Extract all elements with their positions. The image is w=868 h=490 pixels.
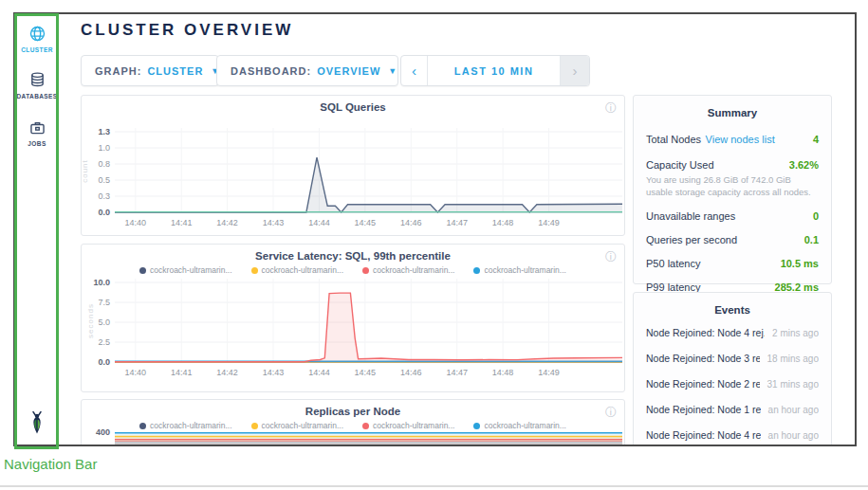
sidebar-item-label: JOBS — [15, 140, 59, 147]
legend-dot-icon — [139, 423, 146, 429]
info-icon[interactable]: ⓘ — [605, 249, 617, 265]
globe-icon — [28, 24, 47, 44]
event-time: 31 mins ago — [767, 379, 819, 390]
y-tick-label: 1.3 — [82, 127, 110, 136]
x-tick-label: 14:44 — [308, 218, 330, 227]
legend-item[interactable]: cockroach-ultramarin... — [362, 265, 454, 275]
y-tick-label: 2.5 — [82, 337, 110, 347]
legend-item[interactable]: cockroach-ultramarin... — [251, 265, 343, 275]
x-tick-label: 14:42 — [216, 368, 238, 377]
summary-panel: Summary Total Nodes View nodes list 4 Ca… — [633, 95, 832, 284]
event-name: Node Rejoined: Node 4 rej... — [646, 327, 765, 338]
x-tick-label: 14:46 — [400, 368, 422, 377]
summary-title: Summary — [646, 107, 819, 118]
chart-title: Replicas per Node — [82, 406, 624, 417]
event-row: Node Rejoined: Node 4 rej... an hour ago — [646, 429, 819, 441]
page-title: CLUSTER OVERVIEW — [81, 21, 293, 40]
summary-value: 0.1 — [804, 234, 819, 245]
x-tick-label: 14:41 — [171, 218, 193, 227]
legend-dot-icon — [362, 423, 369, 429]
sidebar-item-label: CLUSTER — [15, 46, 59, 53]
sidebar-item-cluster[interactable]: CLUSTER — [15, 24, 59, 53]
legend-label: cockroach-ultramarin... — [150, 265, 231, 275]
y-tick-label: 0.0 — [82, 357, 110, 367]
y-tick-label: 0.0 — [82, 208, 110, 217]
replicas-plot[interactable] — [115, 429, 622, 446]
time-prev-button[interactable]: ‹ — [401, 56, 427, 85]
capacity-subtext: You are using 26.8 GiB of 742.0 GiB usab… — [646, 174, 819, 199]
graph-dropdown[interactable]: GRAPH: CLUSTER ▼ — [81, 55, 219, 86]
event-name: Node Rejoined: Node 2 rej... — [646, 378, 760, 390]
x-tick-label: 14:45 — [355, 218, 377, 227]
event-row: Node Rejoined: Node 2 rej... 31 mins ago — [646, 378, 819, 390]
event-time: 2 mins ago — [772, 328, 819, 338]
divider — [0, 485, 868, 487]
briefcase-icon — [28, 118, 47, 137]
summary-row-qps: Queries per second 0.1 — [646, 234, 819, 245]
event-time: 18 mins ago — [767, 354, 819, 364]
graph-dropdown-label: GRAPH: — [95, 65, 141, 77]
legend-dot-icon — [139, 267, 146, 274]
summary-row-p99: P99 latency 285.2 ms — [646, 281, 819, 293]
event-name: Node Rejoined: Node 4 rej... — [646, 429, 761, 441]
dashboard-dropdown[interactable]: DASHBOARD: OVERVIEW ▼ — [216, 55, 398, 86]
sidebar-item-databases[interactable]: DATABASES — [15, 70, 59, 100]
y-axis-label: seconds — [86, 303, 95, 338]
sidebar-item-jobs[interactable]: JOBS — [15, 118, 59, 147]
legend-label: cockroach-ultramarin... — [484, 265, 565, 275]
summary-label: Unavailable ranges — [646, 210, 735, 222]
x-tick-label: 14:49 — [538, 368, 560, 377]
summary-value: 0 — [813, 210, 819, 222]
page: CLUSTER DATABASES JOBS — [0, 0, 868, 490]
summary-value: 285.2 ms — [775, 281, 819, 293]
summary-row-p50: P50 latency 10.5 ms — [646, 258, 819, 269]
sidebar-item-label: DATABASES — [15, 93, 59, 100]
view-nodes-list-link[interactable]: View nodes list — [706, 134, 775, 145]
replicas-chart-panel: Replicas per Node ⓘ cockroach-ultramarin… — [81, 399, 625, 446]
event-time: an hour ago — [768, 430, 819, 441]
summary-value: 3.62% — [789, 159, 819, 171]
annotation-label: Navigation Bar — [4, 456, 97, 472]
database-icon — [28, 70, 47, 90]
legend-dot-icon — [251, 423, 258, 429]
sql-queries-chart-panel: SQL Queries ⓘ 0.00.30.50.81.01.314:4014:… — [81, 95, 625, 236]
summary-label: Total Nodes — [646, 134, 701, 145]
summary-row-capacity: Capacity Used 3.62% — [646, 159, 819, 171]
x-tick-label: 14:49 — [538, 218, 560, 227]
summary-label: Queries per second — [646, 234, 737, 245]
y-tick-label: 1.0 — [82, 143, 110, 153]
info-icon[interactable]: ⓘ — [605, 405, 617, 421]
chevron-down-icon: ▼ — [388, 66, 397, 76]
event-time: an hour ago — [768, 405, 819, 415]
dashboard-dropdown-label: DASHBOARD: — [231, 65, 311, 77]
x-tick-label: 14:43 — [263, 218, 285, 227]
summary-label: P50 latency — [646, 258, 700, 269]
chart-title: SQL Queries — [82, 101, 624, 113]
dashboard-dropdown-value: OVERVIEW — [317, 65, 380, 77]
graph-dropdown-value: CLUSTER — [147, 65, 203, 77]
summary-label: Capacity Used — [646, 159, 714, 171]
info-icon[interactable]: ⓘ — [605, 100, 617, 117]
x-tick-label: 14:46 — [400, 218, 422, 227]
x-tick-label: 14:45 — [355, 368, 377, 377]
y-tick-label: 0.3 — [82, 191, 110, 201]
event-name: Node Rejoined: Node 1 rej... — [646, 404, 761, 415]
time-next-button: › — [560, 56, 589, 85]
summary-value: 4 — [813, 134, 819, 145]
sql-queries-plot[interactable] — [115, 128, 622, 212]
service-latency-plot[interactable] — [115, 279, 622, 362]
legend-dot-icon — [251, 267, 258, 274]
cockroachdb-logo — [15, 410, 59, 439]
time-range-value[interactable]: LAST 10 MIN — [427, 56, 560, 85]
cockroach-bug-icon — [25, 410, 49, 435]
chart-title: Service Latency: SQL, 99th percentile — [82, 250, 624, 262]
summary-label: P99 latency — [646, 281, 700, 293]
x-tick-label: 14:44 — [308, 368, 330, 377]
y-tick-label: 10.0 — [82, 278, 110, 287]
legend-item[interactable]: cockroach-ultramarin... — [473, 265, 565, 275]
x-tick-label: 14:40 — [125, 368, 147, 377]
event-row: Node Rejoined: Node 4 rej... 2 mins ago — [646, 327, 819, 338]
x-tick-label: 14:43 — [263, 368, 285, 377]
x-tick-label: 14:41 — [171, 368, 193, 377]
legend-item[interactable]: cockroach-ultramarin... — [139, 265, 231, 275]
